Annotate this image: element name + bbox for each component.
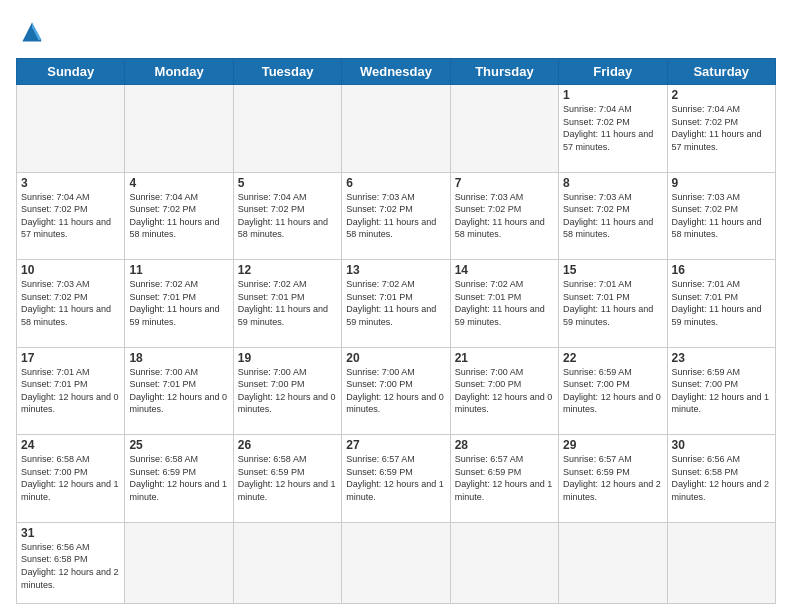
day-info: Sunrise: 6:58 AM Sunset: 6:59 PM Dayligh… [238,453,337,503]
day-info: Sunrise: 7:04 AM Sunset: 7:02 PM Dayligh… [563,103,662,153]
day-info: Sunrise: 7:03 AM Sunset: 7:02 PM Dayligh… [563,191,662,241]
day-info: Sunrise: 6:59 AM Sunset: 7:00 PM Dayligh… [672,366,771,416]
calendar-cell: 15Sunrise: 7:01 AM Sunset: 7:01 PM Dayli… [559,260,667,348]
day-info: Sunrise: 7:02 AM Sunset: 7:01 PM Dayligh… [455,278,554,328]
day-info: Sunrise: 6:57 AM Sunset: 6:59 PM Dayligh… [563,453,662,503]
calendar-cell: 19Sunrise: 7:00 AM Sunset: 7:00 PM Dayli… [233,347,341,435]
day-number: 9 [672,176,771,190]
day-info: Sunrise: 7:04 AM Sunset: 7:02 PM Dayligh… [238,191,337,241]
day-number: 1 [563,88,662,102]
calendar-cell: 1Sunrise: 7:04 AM Sunset: 7:02 PM Daylig… [559,85,667,173]
weekday-header-thursday: Thursday [450,59,558,85]
logo [16,16,52,48]
day-info: Sunrise: 7:03 AM Sunset: 7:02 PM Dayligh… [672,191,771,241]
day-number: 25 [129,438,228,452]
day-info: Sunrise: 7:00 AM Sunset: 7:00 PM Dayligh… [455,366,554,416]
calendar-cell [125,522,233,603]
day-number: 7 [455,176,554,190]
calendar-cell: 14Sunrise: 7:02 AM Sunset: 7:01 PM Dayli… [450,260,558,348]
calendar-cell [233,85,341,173]
day-info: Sunrise: 7:03 AM Sunset: 7:02 PM Dayligh… [346,191,445,241]
header [16,16,776,48]
calendar-cell: 8Sunrise: 7:03 AM Sunset: 7:02 PM Daylig… [559,172,667,260]
day-info: Sunrise: 7:04 AM Sunset: 7:02 PM Dayligh… [21,191,120,241]
day-info: Sunrise: 7:00 AM Sunset: 7:00 PM Dayligh… [346,366,445,416]
day-info: Sunrise: 6:59 AM Sunset: 7:00 PM Dayligh… [563,366,662,416]
calendar-cell: 5Sunrise: 7:04 AM Sunset: 7:02 PM Daylig… [233,172,341,260]
day-number: 28 [455,438,554,452]
day-number: 22 [563,351,662,365]
day-number: 3 [21,176,120,190]
day-info: Sunrise: 7:02 AM Sunset: 7:01 PM Dayligh… [238,278,337,328]
generalblue-logo-icon [16,16,48,48]
calendar-cell: 3Sunrise: 7:04 AM Sunset: 7:02 PM Daylig… [17,172,125,260]
day-info: Sunrise: 6:56 AM Sunset: 6:58 PM Dayligh… [21,541,120,591]
day-number: 24 [21,438,120,452]
weekday-header-tuesday: Tuesday [233,59,341,85]
calendar-cell: 29Sunrise: 6:57 AM Sunset: 6:59 PM Dayli… [559,435,667,523]
calendar-cell: 9Sunrise: 7:03 AM Sunset: 7:02 PM Daylig… [667,172,775,260]
calendar-cell: 28Sunrise: 6:57 AM Sunset: 6:59 PM Dayli… [450,435,558,523]
calendar-cell: 21Sunrise: 7:00 AM Sunset: 7:00 PM Dayli… [450,347,558,435]
calendar-cell: 26Sunrise: 6:58 AM Sunset: 6:59 PM Dayli… [233,435,341,523]
weekday-header-monday: Monday [125,59,233,85]
calendar-cell: 31Sunrise: 6:56 AM Sunset: 6:58 PM Dayli… [17,522,125,603]
calendar-cell: 4Sunrise: 7:04 AM Sunset: 7:02 PM Daylig… [125,172,233,260]
day-info: Sunrise: 7:00 AM Sunset: 7:01 PM Dayligh… [129,366,228,416]
day-number: 13 [346,263,445,277]
day-number: 30 [672,438,771,452]
day-info: Sunrise: 7:02 AM Sunset: 7:01 PM Dayligh… [129,278,228,328]
calendar-cell: 25Sunrise: 6:58 AM Sunset: 6:59 PM Dayli… [125,435,233,523]
day-number: 27 [346,438,445,452]
day-number: 18 [129,351,228,365]
day-number: 19 [238,351,337,365]
calendar-cell: 18Sunrise: 7:00 AM Sunset: 7:01 PM Dayli… [125,347,233,435]
calendar-cell: 16Sunrise: 7:01 AM Sunset: 7:01 PM Dayli… [667,260,775,348]
day-info: Sunrise: 7:04 AM Sunset: 7:02 PM Dayligh… [129,191,228,241]
calendar-table: SundayMondayTuesdayWednesdayThursdayFrid… [16,58,776,604]
calendar-cell: 30Sunrise: 6:56 AM Sunset: 6:58 PM Dayli… [667,435,775,523]
weekday-header-friday: Friday [559,59,667,85]
calendar-cell: 2Sunrise: 7:04 AM Sunset: 7:02 PM Daylig… [667,85,775,173]
day-info: Sunrise: 6:57 AM Sunset: 6:59 PM Dayligh… [346,453,445,503]
calendar-cell: 13Sunrise: 7:02 AM Sunset: 7:01 PM Dayli… [342,260,450,348]
day-number: 2 [672,88,771,102]
calendar-cell [342,85,450,173]
day-info: Sunrise: 7:03 AM Sunset: 7:02 PM Dayligh… [455,191,554,241]
day-number: 21 [455,351,554,365]
calendar-cell: 20Sunrise: 7:00 AM Sunset: 7:00 PM Dayli… [342,347,450,435]
day-info: Sunrise: 7:03 AM Sunset: 7:02 PM Dayligh… [21,278,120,328]
day-number: 10 [21,263,120,277]
calendar-cell: 7Sunrise: 7:03 AM Sunset: 7:02 PM Daylig… [450,172,558,260]
day-info: Sunrise: 7:00 AM Sunset: 7:00 PM Dayligh… [238,366,337,416]
day-info: Sunrise: 7:01 AM Sunset: 7:01 PM Dayligh… [21,366,120,416]
day-number: 16 [672,263,771,277]
day-info: Sunrise: 6:58 AM Sunset: 7:00 PM Dayligh… [21,453,120,503]
day-number: 15 [563,263,662,277]
calendar-cell [559,522,667,603]
day-info: Sunrise: 6:58 AM Sunset: 6:59 PM Dayligh… [129,453,228,503]
calendar-cell: 12Sunrise: 7:02 AM Sunset: 7:01 PM Dayli… [233,260,341,348]
day-number: 20 [346,351,445,365]
calendar-cell: 27Sunrise: 6:57 AM Sunset: 6:59 PM Dayli… [342,435,450,523]
day-number: 29 [563,438,662,452]
day-number: 26 [238,438,337,452]
day-number: 17 [21,351,120,365]
calendar-cell: 24Sunrise: 6:58 AM Sunset: 7:00 PM Dayli… [17,435,125,523]
day-info: Sunrise: 7:04 AM Sunset: 7:02 PM Dayligh… [672,103,771,153]
day-number: 8 [563,176,662,190]
calendar-cell [450,522,558,603]
calendar-cell [125,85,233,173]
day-number: 31 [21,526,120,540]
calendar-cell [17,85,125,173]
day-number: 12 [238,263,337,277]
day-number: 23 [672,351,771,365]
calendar-cell [233,522,341,603]
day-info: Sunrise: 6:56 AM Sunset: 6:58 PM Dayligh… [672,453,771,503]
calendar-cell: 23Sunrise: 6:59 AM Sunset: 7:00 PM Dayli… [667,347,775,435]
calendar-cell [342,522,450,603]
calendar-cell: 22Sunrise: 6:59 AM Sunset: 7:00 PM Dayli… [559,347,667,435]
calendar-cell [450,85,558,173]
day-number: 5 [238,176,337,190]
day-number: 6 [346,176,445,190]
